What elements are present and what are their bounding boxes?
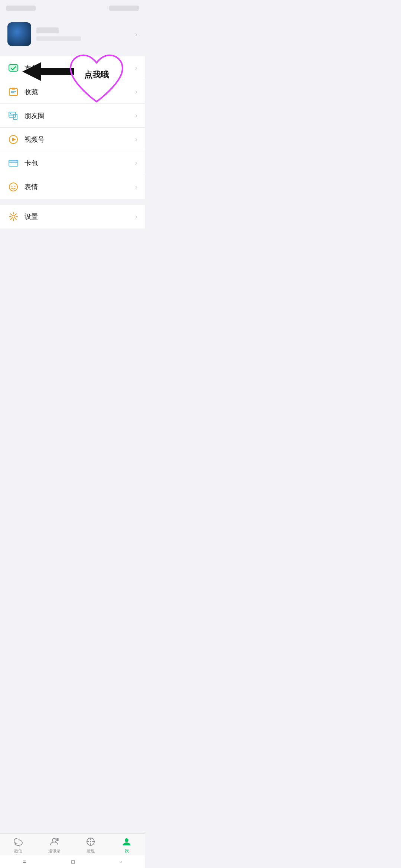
svg-point-17 [9, 183, 17, 191]
payment-chevron: › [135, 64, 137, 72]
svg-marker-5 [12, 88, 15, 89]
avatar [7, 22, 31, 46]
moments-icon [7, 110, 19, 122]
favorites-label: 收藏 [25, 88, 135, 96]
profile-area[interactable]: › [0, 16, 145, 53]
stickers-icon [7, 181, 19, 193]
svg-point-19 [14, 186, 16, 187]
stickers-label: 表情 [25, 183, 135, 191]
menu-item-stickers[interactable]: 表情 › [0, 175, 145, 199]
wallet-label: 卡包 [25, 159, 135, 168]
section-divider-bottom [0, 199, 145, 202]
settings-chevron: › [135, 213, 137, 221]
menu-item-favorites[interactable]: 收藏 › [0, 80, 145, 104]
favorites-chevron: › [135, 88, 137, 96]
svg-point-18 [12, 186, 13, 187]
stickers-chevron: › [135, 183, 137, 191]
wallet-chevron: › [135, 159, 137, 167]
menu-item-settings[interactable]: 设置 › [0, 205, 145, 228]
settings-section: 设置 › [0, 205, 145, 228]
status-left [6, 6, 36, 11]
svg-point-10 [10, 113, 11, 114]
svg-rect-4 [9, 89, 17, 95]
profile-chevron: › [135, 30, 137, 38]
moments-chevron: › [135, 112, 137, 119]
menu-section-main: 支付 › 点我哦 [0, 56, 145, 199]
status-bar [0, 0, 145, 16]
profile-info [36, 27, 130, 41]
menu-item-moments[interactable]: 朋友圈 › [0, 104, 145, 128]
channels-label: 视频号 [25, 135, 135, 144]
svg-point-20 [12, 215, 15, 218]
section-divider-top [0, 53, 145, 56]
profile-name-placeholder [36, 27, 59, 33]
settings-label: 设置 [25, 212, 135, 221]
svg-rect-15 [9, 160, 18, 162]
menu-item-wallet[interactable]: 卡包 › [0, 151, 145, 175]
status-right [109, 6, 139, 11]
svg-marker-13 [12, 138, 16, 141]
wallet-icon [7, 157, 19, 169]
moments-label: 朋友圈 [25, 111, 135, 120]
payment-icon [7, 62, 19, 74]
payment-label: 支付 [25, 64, 135, 73]
bottom-gray-area [0, 228, 145, 303]
menu-item-channels[interactable]: 视频号 › [0, 128, 145, 151]
settings-icon [7, 211, 19, 223]
favorites-icon [7, 86, 19, 98]
menu-item-payment[interactable]: 支付 › [0, 56, 145, 80]
channels-icon [7, 134, 19, 145]
payment-row-wrapper: 支付 › 点我哦 [0, 56, 145, 80]
channels-chevron: › [135, 135, 137, 143]
profile-id-placeholder [36, 36, 81, 41]
svg-rect-0 [9, 65, 18, 71]
